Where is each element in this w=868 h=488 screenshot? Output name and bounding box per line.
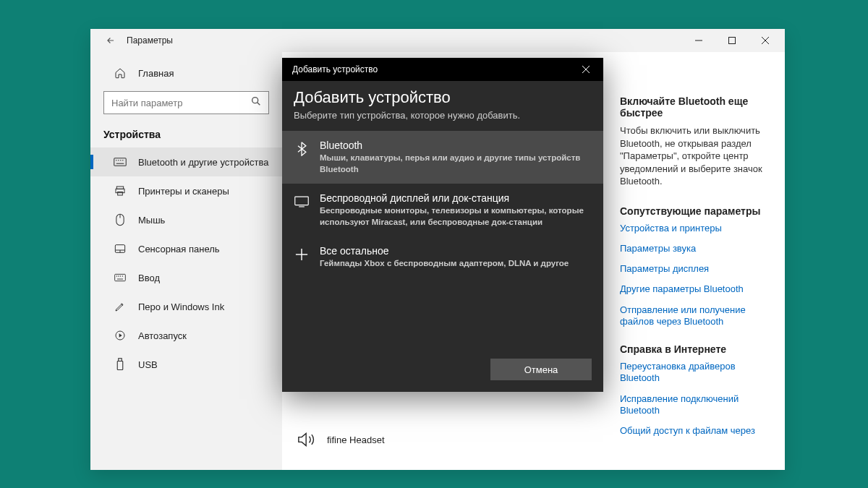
bluetooth-icon — [294, 141, 310, 157]
sidebar-item-bluetooth[interactable]: Bluetooth и другие устройства — [90, 147, 282, 176]
device-option-bluetooth[interactable]: Bluetooth Мыши, клавиатуры, перья или ау… — [282, 131, 603, 184]
keyboard-icon — [114, 155, 127, 168]
dialog-footer: Отмена — [282, 350, 603, 392]
back-button[interactable] — [99, 29, 122, 52]
help-link[interactable]: Переустановка драйверов Bluetooth — [620, 361, 772, 385]
related-link[interactable]: Устройства и принтеры — [620, 223, 772, 234]
sidebar-item-mouse[interactable]: Мышь — [90, 205, 282, 234]
svg-rect-31 — [295, 197, 308, 205]
help-title: Справка в Интернете — [620, 343, 772, 355]
device-option-wireless-display[interactable]: Беспроводной дисплей или док-станция Бес… — [282, 184, 603, 236]
sidebar-item-printers[interactable]: Принтеры и сканеры — [90, 176, 282, 205]
option-title: Беспроводной дисплей или док-станция — [320, 192, 592, 204]
related-link[interactable]: Параметры дисплея — [620, 263, 772, 275]
dialog-titlebar: Добавить устройство — [282, 58, 603, 81]
sidebar-item-autoplay[interactable]: Автозапуск — [90, 321, 282, 350]
window-title: Параметры — [127, 35, 173, 46]
dialog-subtitle: Выберите тип устройства, которое нужно д… — [282, 110, 603, 131]
usb-icon — [114, 358, 127, 371]
dialog-close-button[interactable] — [571, 58, 600, 81]
sidebar-items: Bluetooth и другие устройства Принтеры и… — [90, 147, 282, 379]
close-button[interactable] — [749, 29, 782, 52]
tip-title: Включайте Bluetooth еще быстрее — [620, 95, 772, 119]
svg-point-22 — [119, 276, 119, 277]
aside-panel: Включайте Bluetooth еще быстрее Чтобы вк… — [620, 52, 785, 470]
svg-point-21 — [116, 276, 117, 277]
printer-icon — [114, 184, 127, 197]
svg-line-5 — [258, 103, 260, 106]
option-desc: Беспроводные мониторы, телевизоры и комп… — [320, 205, 592, 228]
touchpad-icon — [114, 242, 127, 255]
sidebar-item-label: Сенсорная панель — [138, 244, 220, 254]
svg-point-23 — [120, 276, 121, 277]
help-link[interactable]: Исправление подключений Bluetooth — [620, 393, 772, 417]
svg-point-4 — [252, 98, 258, 103]
svg-rect-14 — [118, 192, 123, 195]
svg-rect-28 — [117, 361, 123, 370]
search-wrap — [103, 91, 269, 114]
home-icon — [114, 67, 127, 80]
sidebar-item-label: Перо и Windows Ink — [138, 301, 224, 312]
window-controls — [682, 29, 782, 52]
sidebar-home-label: Главная — [138, 68, 174, 79]
sidebar-item-usb[interactable]: USB — [90, 350, 282, 379]
dialog-body: Добавить устройство Выберите тип устройс… — [282, 81, 603, 392]
option-desc: Геймпады Xbox с беспроводным адаптером, … — [320, 258, 592, 270]
display-icon — [294, 194, 310, 210]
sidebar-item-label: Bluetooth и другие устройства — [138, 157, 268, 168]
sidebar-item-touchpad[interactable]: Сенсорная панель — [90, 234, 282, 263]
search-icon — [250, 95, 263, 108]
minimize-button[interactable] — [682, 29, 715, 52]
device-list-item[interactable]: fifine Headset — [297, 431, 385, 448]
option-title: Bluetooth — [320, 140, 592, 151]
sidebar-item-typing[interactable]: Ввод — [90, 263, 282, 292]
plus-icon — [294, 247, 310, 262]
related-link[interactable]: Другие параметры Bluetooth — [620, 283, 772, 295]
svg-rect-20 — [115, 274, 126, 281]
svg-rect-1 — [729, 38, 736, 44]
option-title: Все остальное — [320, 245, 592, 257]
related-title: Сопутствующие параметры — [620, 205, 772, 217]
dialog-title: Добавить устройство — [292, 64, 378, 74]
related-link[interactable]: Отправление или получение файлов через B… — [620, 304, 772, 328]
svg-point-24 — [122, 276, 123, 277]
typing-icon — [114, 271, 127, 284]
mouse-icon — [114, 213, 127, 226]
add-device-dialog: Добавить устройство Добавить устройство … — [282, 58, 603, 392]
dialog-heading: Добавить устройство — [282, 88, 603, 110]
related-link[interactable]: Параметры звука — [620, 243, 772, 254]
search-input[interactable] — [103, 91, 269, 114]
sidebar-section-title: Устройства — [90, 124, 282, 147]
cancel-button[interactable]: Отмена — [490, 359, 592, 380]
speaker-icon — [297, 431, 317, 448]
maximize-button[interactable] — [715, 29, 749, 52]
device-name-label: fifine Headset — [327, 435, 385, 445]
svg-rect-13 — [116, 189, 124, 192]
sidebar-item-label: Автозапуск — [138, 330, 187, 341]
sidebar-home[interactable]: Главная — [90, 61, 282, 85]
sidebar-item-label: Мышь — [138, 215, 165, 226]
titlebar: Параметры — [90, 29, 785, 52]
sidebar-item-label: USB — [138, 359, 158, 370]
svg-rect-6 — [114, 158, 127, 166]
device-option-everything-else[interactable]: Все остальное Геймпады Xbox с беспроводн… — [282, 236, 603, 278]
autoplay-icon — [114, 329, 127, 342]
tip-text: Чтобы включить или выключить Bluetooth, … — [620, 124, 772, 188]
pen-icon — [114, 300, 127, 313]
option-desc: Мыши, клавиатуры, перья или аудио и друг… — [320, 153, 592, 175]
help-link[interactable]: Общий доступ к файлам через — [620, 425, 772, 437]
sidebar: Главная Устройства Bluetooth и другие ус… — [90, 52, 282, 470]
sidebar-item-label: Ввод — [138, 273, 160, 283]
sidebar-item-label: Принтеры и сканеры — [138, 186, 229, 197]
sidebar-item-pen[interactable]: Перо и Windows Ink — [90, 292, 282, 321]
